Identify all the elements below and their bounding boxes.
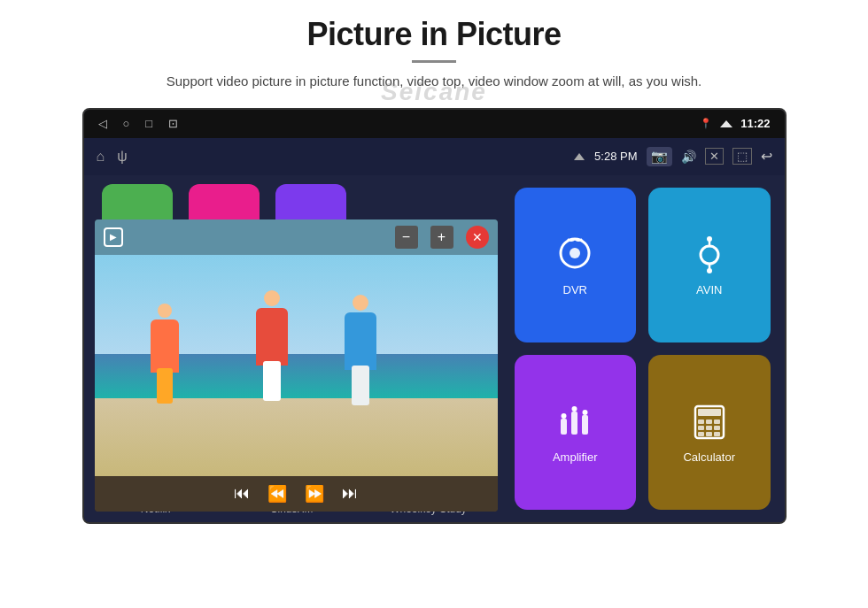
- nav-back-icon[interactable]: ◁: [98, 117, 107, 130]
- volume-toolbar-icon[interactable]: 🔊: [681, 150, 696, 164]
- svg-rect-20: [698, 426, 704, 430]
- svg-rect-11: [582, 415, 588, 435]
- svg-point-13: [572, 406, 577, 412]
- status-bar-nav: ◁ ○ □ ⊡: [98, 117, 179, 130]
- dvr-app-icon[interactable]: DVR: [515, 188, 637, 342]
- svg-rect-24: [706, 432, 712, 436]
- amplifier-app-icon[interactable]: Amplifier: [515, 355, 637, 510]
- pip-close-btn[interactable]: ✕: [466, 226, 489, 249]
- svg-rect-10: [571, 412, 577, 435]
- svg-point-14: [583, 410, 588, 415]
- pip-top-bar: ▶ − + ✕: [95, 219, 498, 255]
- svg-rect-25: [714, 432, 720, 436]
- svg-point-8: [707, 268, 712, 273]
- close-toolbar-icon[interactable]: ✕: [705, 148, 724, 165]
- amplifier-label: Amplifier: [553, 450, 598, 464]
- toolbar-time: 5:28 PM: [594, 150, 637, 163]
- svg-point-12: [562, 413, 567, 419]
- back-toolbar-icon[interactable]: ↩: [761, 148, 772, 165]
- app-toolbar: ⌂ ψ 5:28 PM 📷 🔊 ✕ ⬚ ↩: [84, 138, 785, 175]
- wifi-toolbar-icon: [573, 152, 585, 161]
- nav-screenshot-icon[interactable]: ⊡: [168, 117, 178, 130]
- avin-app-icon[interactable]: AVIN: [648, 188, 771, 342]
- status-time: 11:22: [740, 117, 770, 130]
- svg-rect-19: [714, 419, 720, 424]
- svg-rect-23: [698, 432, 704, 436]
- dvr-label: DVR: [563, 283, 587, 296]
- svg-rect-9: [561, 419, 567, 435]
- pip-window[interactable]: ▶ − + ✕: [95, 219, 498, 512]
- toolbar-left: ⌂ ψ: [97, 149, 128, 165]
- calculator-label: Calculator: [683, 450, 735, 464]
- home-toolbar-icon[interactable]: ⌂: [97, 149, 105, 165]
- page-title: Picture in Picture: [306, 16, 561, 53]
- svg-marker-0: [720, 120, 732, 127]
- toolbar-right: 5:28 PM 📷 🔊 ✕ ⬚ ↩: [573, 147, 771, 166]
- left-panel: ▶ − + ✕: [84, 175, 500, 522]
- svg-rect-21: [706, 426, 712, 430]
- svg-point-7: [707, 236, 712, 242]
- right-panel: DVR AVIN: [500, 175, 785, 522]
- video-content: [95, 255, 498, 476]
- avin-label: AVIN: [696, 283, 722, 296]
- page-subtitle: Support video picture in picture functio…: [167, 72, 701, 92]
- rewind-icon[interactable]: ⏪: [267, 484, 287, 504]
- camera-toolbar-icon[interactable]: 📷: [647, 147, 672, 166]
- nav-home-icon[interactable]: ○: [123, 117, 130, 130]
- dvr-svg: [554, 234, 596, 276]
- nav-recents-icon[interactable]: □: [145, 117, 152, 130]
- page-wrapper: Picture in Picture Seicane Support video…: [0, 0, 868, 608]
- avin-svg: [688, 234, 731, 276]
- wifi-signal-icon: [719, 119, 733, 129]
- svg-rect-22: [714, 426, 720, 430]
- calculator-svg: [688, 401, 731, 443]
- pip-minimize-btn[interactable]: −: [395, 226, 418, 249]
- next-track-icon[interactable]: ⏭: [342, 484, 358, 503]
- svg-rect-16: [698, 409, 721, 416]
- svg-rect-18: [706, 419, 712, 424]
- svg-point-4: [701, 246, 718, 264]
- window-toolbar-icon[interactable]: ⬚: [732, 148, 752, 165]
- gps-icon: 📍: [700, 118, 712, 129]
- tablet-frame: ◁ ○ □ ⊡ 📍 11:22 ⌂ ψ: [82, 108, 787, 524]
- usb-toolbar-icon[interactable]: ψ: [117, 149, 127, 165]
- video-controls-bar: ⏮ ⏪ ⏩ ⏭: [95, 476, 498, 512]
- status-bar-right: 📍 11:22: [700, 117, 770, 130]
- pip-play-icon[interactable]: ▶: [104, 227, 123, 247]
- main-content: ▶ − + ✕: [84, 175, 785, 522]
- prev-track-icon[interactable]: ⏮: [234, 484, 250, 503]
- svg-point-3: [570, 248, 580, 258]
- pip-expand-btn[interactable]: +: [430, 226, 453, 249]
- svg-marker-1: [574, 153, 585, 160]
- video-scene: ▶ − + ✕: [95, 219, 498, 512]
- calculator-app-icon[interactable]: Calculator: [648, 355, 771, 510]
- pip-controls: − + ✕: [395, 226, 489, 249]
- status-bar: ◁ ○ □ ⊡ 📍 11:22: [84, 110, 785, 138]
- fast-forward-icon[interactable]: ⏩: [305, 484, 324, 504]
- title-divider: [412, 60, 456, 63]
- amplifier-svg: [554, 401, 596, 443]
- svg-rect-17: [698, 419, 704, 424]
